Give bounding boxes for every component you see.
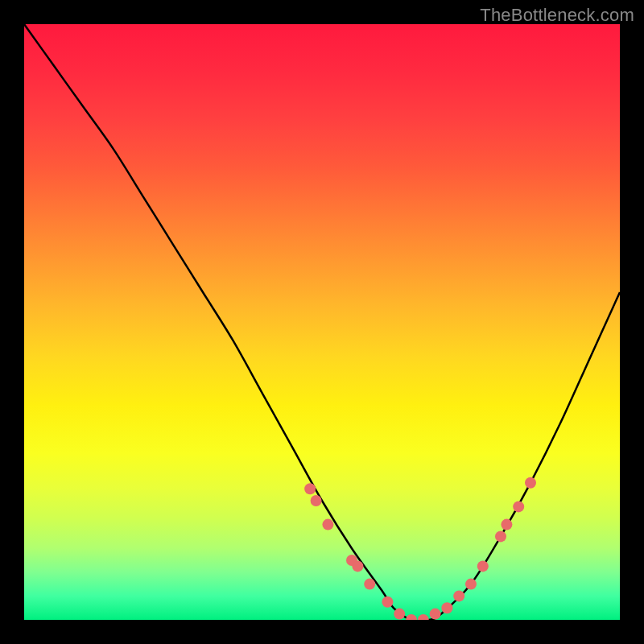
highlight-dot [311, 495, 322, 506]
highlight-dot [441, 602, 452, 613]
highlight-dot [382, 597, 393, 608]
curve-svg [24, 24, 620, 620]
bottleneck-curve [24, 24, 620, 620]
highlight-dot [304, 483, 316, 494]
highlight-dot [495, 530, 506, 542]
highlight-dot [406, 614, 417, 620]
highlight-dot [501, 519, 512, 530]
highlight-dot [525, 477, 536, 489]
highlight-dot [418, 614, 429, 620]
highlight-dots-group [304, 477, 536, 620]
plot-area [24, 24, 620, 620]
highlight-dot [453, 590, 464, 601]
highlight-dot [352, 560, 363, 572]
chart-container: TheBottleneck.com [0, 0, 644, 644]
highlight-dot [430, 609, 441, 620]
watermark: TheBottleneck.com [480, 5, 634, 26]
highlight-dot [394, 609, 405, 620]
highlight-dot [513, 501, 524, 512]
highlight-dot [364, 579, 375, 590]
highlight-dot [477, 560, 489, 572]
highlight-dot [322, 519, 333, 530]
highlight-dot [465, 579, 477, 590]
